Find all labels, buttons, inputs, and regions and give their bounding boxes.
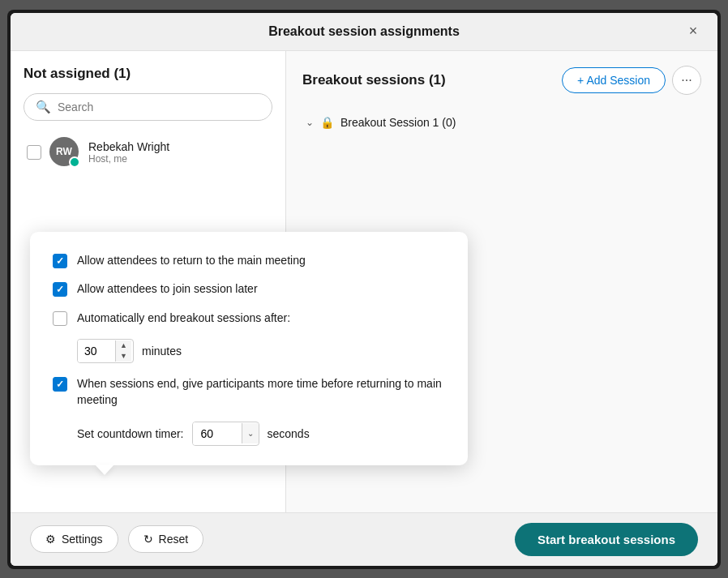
user-checkbox[interactable] (27, 145, 41, 160)
search-box[interactable]: 🔍 (24, 93, 272, 121)
user-info: Rebekah Wright Host, me (88, 140, 269, 165)
search-icon: 🔍 (36, 100, 51, 114)
reset-icon: ↻ (143, 533, 153, 546)
modal-header: Breakout session assignments × (11, 13, 717, 51)
setting-return-main: Allow attendees to return to the main me… (53, 253, 445, 269)
minutes-up[interactable]: ▲ (116, 340, 131, 351)
reset-button[interactable]: ↻ Reset (128, 525, 204, 553)
user-name: Rebekah Wright (88, 140, 269, 153)
settings-button[interactable]: ⚙ Settings (30, 525, 118, 553)
chevron-icon[interactable]: ⌄ (306, 117, 314, 128)
setting-extra-time: When sessions end, give participants mor… (53, 376, 445, 408)
close-button[interactable]: × (682, 20, 704, 43)
settings-label: Settings (62, 533, 103, 546)
minutes-input-wrap: ▲ ▼ (77, 339, 134, 363)
checkbox-return-main[interactable] (53, 254, 67, 268)
minutes-label: minutes (142, 345, 182, 358)
session-name: Breakout Session 1 (0) (340, 116, 456, 129)
avatar-status-badge (69, 156, 80, 168)
checkbox-join-later[interactable] (53, 282, 67, 297)
setting-return-main-label: Allow attendees to return to the main me… (77, 253, 306, 269)
minutes-input[interactable] (78, 340, 115, 362)
setting-join-later-label: Allow attendees to join session later (77, 281, 258, 298)
footer-left: ⚙ Settings ↻ Reset (30, 525, 203, 553)
breakout-sessions-title: Breakout sessions (1) (302, 72, 446, 88)
timer-dropdown-arrow[interactable]: ⌄ (242, 423, 259, 443)
checkbox-extra-time[interactable] (53, 377, 67, 392)
timer-input[interactable] (193, 422, 242, 445)
gear-icon: ⚙ (45, 533, 56, 546)
setting-join-later: Allow attendees to join session later (53, 281, 445, 298)
avatar: RW (49, 137, 80, 168)
lock-icon: 🔒 (320, 116, 334, 129)
user-row: RW Rebekah Wright Host, me (24, 132, 272, 173)
modal-wrapper: Breakout session assignments × Not assig… (7, 10, 721, 569)
setting-auto-end: Automatically end breakout sessions afte… (53, 310, 445, 327)
search-input[interactable] (58, 101, 260, 113)
start-breakout-button[interactable]: Start breakout sessions (515, 523, 698, 556)
modal-body: Not assigned (1) 🔍 RW Rebekah Wright Hos… (11, 51, 717, 512)
minutes-down[interactable]: ▼ (116, 351, 131, 362)
add-session-button[interactable]: + Add Session (562, 67, 666, 93)
reset-label: Reset (159, 533, 189, 546)
right-header: Breakout sessions (1) + Add Session ··· (302, 66, 701, 95)
right-actions: + Add Session ··· (562, 66, 701, 95)
seconds-label: seconds (268, 427, 310, 440)
modal-footer: ⚙ Settings ↻ Reset Start breakout sessio… (11, 512, 717, 566)
checkbox-auto-end[interactable] (53, 311, 67, 326)
minutes-row: ▲ ▼ minutes (53, 339, 445, 363)
not-assigned-title: Not assigned (1) (24, 66, 272, 82)
timer-select-wrap: ⌄ (192, 422, 259, 446)
timer-label: Set countdown timer: (77, 427, 184, 440)
setting-auto-end-label: Automatically end breakout sessions afte… (77, 310, 290, 327)
modal: Breakout session assignments × Not assig… (11, 13, 717, 566)
more-options-button[interactable]: ··· (672, 66, 701, 95)
user-role: Host, me (88, 153, 269, 165)
session-row: ⌄ 🔒 Breakout Session 1 (0) (302, 111, 701, 134)
settings-popup: Allow attendees to return to the main me… (30, 232, 468, 465)
minutes-spinner: ▲ ▼ (115, 340, 131, 362)
setting-extra-time-label: When sessions end, give participants mor… (77, 376, 445, 408)
modal-title: Breakout session assignments (268, 24, 460, 39)
timer-row: Set countdown timer: ⌄ seconds (53, 422, 445, 446)
